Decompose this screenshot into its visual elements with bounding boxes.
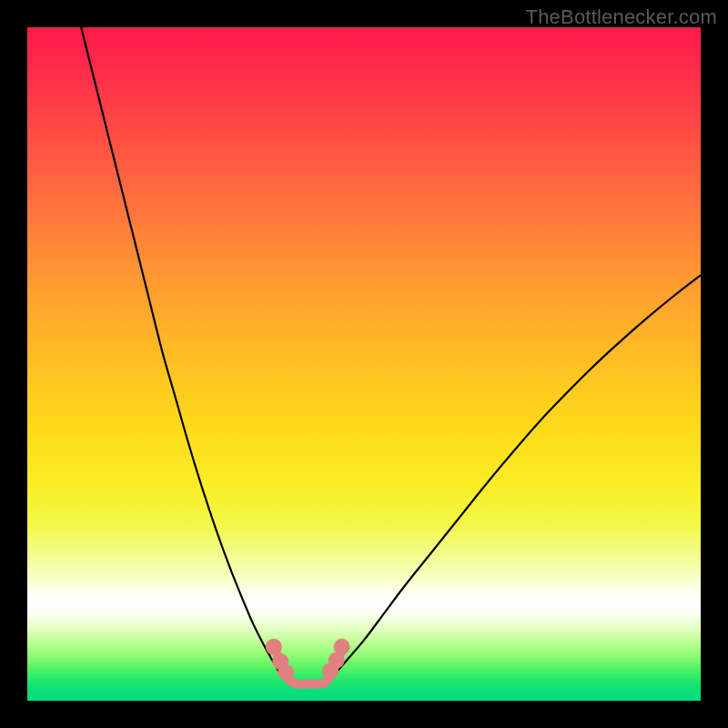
curve-layer	[27, 27, 701, 701]
bead	[278, 664, 294, 681]
right-curve	[330, 275, 701, 679]
bead	[334, 639, 350, 655]
left-beads	[266, 639, 294, 681]
chart-frame: TheBottlenecker.com	[0, 0, 728, 728]
watermark-text: TheBottlenecker.com	[526, 5, 717, 29]
right-beads	[322, 639, 350, 680]
bead	[266, 639, 282, 655]
left-curve	[81, 27, 283, 679]
plot-area	[27, 27, 701, 701]
